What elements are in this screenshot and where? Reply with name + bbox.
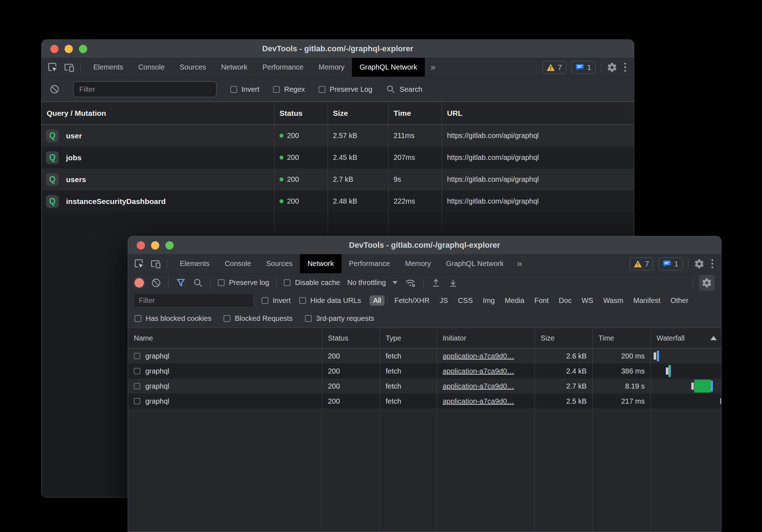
column-header-size[interactable]: Size [328, 102, 388, 124]
tab-elements[interactable]: Elements [86, 58, 131, 77]
checkbox[interactable] [319, 86, 325, 93]
tab-performance[interactable]: Performance [342, 254, 398, 273]
regex-checkbox[interactable]: Regex [273, 85, 305, 94]
column-header-status[interactable]: Status [322, 328, 380, 348]
column-header-status[interactable]: Status [274, 102, 328, 124]
tab-performance[interactable]: Performance [255, 58, 311, 77]
tab-console[interactable]: Console [217, 254, 258, 273]
network-settings-gear-icon[interactable] [699, 275, 715, 291]
hide-data-urls-checkbox[interactable]: Hide data URLs [299, 296, 361, 305]
import-har-icon[interactable] [431, 278, 441, 288]
menu-dots-icon[interactable] [710, 259, 715, 268]
column-header-type[interactable]: Type [380, 328, 437, 348]
preserve-log-checkbox[interactable]: Preserve Log [319, 85, 372, 94]
tab-memory[interactable]: Memory [398, 254, 438, 273]
tab-console[interactable]: Console [131, 58, 172, 77]
checkbox[interactable] [299, 297, 306, 304]
type-filter-css[interactable]: CSS [455, 295, 476, 306]
warnings-badge[interactable]: 7 [630, 257, 654, 270]
column-header-query-mutation[interactable]: Query / Mutation [42, 102, 274, 124]
filter-input[interactable] [135, 294, 253, 307]
export-har-icon[interactable] [448, 278, 458, 288]
minimize-button[interactable] [151, 241, 159, 250]
invert-checkbox[interactable]: Invert [262, 296, 291, 305]
type-filter-js[interactable]: JS [436, 295, 451, 306]
device-toolbar-icon[interactable] [64, 62, 75, 73]
filter-input[interactable] [73, 81, 217, 97]
clear-icon[interactable] [50, 84, 60, 94]
has-blocked-cookies-checkbox[interactable]: Has blocked cookies [135, 314, 211, 323]
titlebar[interactable]: DevTools - gitlab.com/-/graphql-explorer [42, 40, 634, 58]
initiator-link[interactable]: application-a7ca9d0… [443, 352, 514, 360]
tab-sources[interactable]: Sources [172, 58, 213, 77]
request-row[interactable]: graphql 200 fetch application-a7ca9d0… 2… [128, 348, 721, 364]
column-header-url[interactable]: URL [442, 102, 634, 124]
column-header-initiator[interactable]: Initiator [437, 328, 535, 348]
more-tabs-chevron[interactable]: » [425, 58, 441, 77]
third-party-requests-checkbox[interactable]: 3rd-party requests [305, 314, 374, 323]
disable-cache-checkbox[interactable]: Disable cache [284, 279, 340, 287]
tab-memory[interactable]: Memory [311, 58, 352, 77]
type-filter-font[interactable]: Font [531, 295, 552, 306]
type-filter-doc[interactable]: Doc [555, 295, 575, 306]
search-button[interactable]: Search [386, 85, 422, 94]
checkbox[interactable] [135, 315, 141, 322]
tab-network[interactable]: Network [213, 58, 255, 77]
row-checkbox[interactable] [134, 353, 140, 359]
throttling-dropdown[interactable]: No throttling [347, 279, 398, 287]
type-filter-manifest[interactable]: Manifest [630, 295, 664, 306]
column-header-time[interactable]: Time [592, 328, 650, 348]
tab-graphql-network[interactable]: GraphQL Network [352, 58, 424, 77]
checkbox[interactable] [262, 297, 268, 304]
titlebar[interactable]: DevTools - gitlab.com/-/graphql-explorer [128, 236, 721, 254]
type-filter-wasm[interactable]: Wasm [599, 295, 627, 306]
zoom-button[interactable] [79, 45, 87, 53]
column-header-name[interactable]: Name [128, 328, 322, 348]
close-button[interactable] [50, 45, 58, 53]
type-filter-other[interactable]: Other [667, 295, 692, 306]
issues-badge[interactable]: 1 [659, 257, 683, 270]
table-row[interactable]: Qusers 200 2.7 kB 9s https://gitlab.com/… [42, 168, 634, 190]
menu-dots-icon[interactable] [623, 63, 627, 72]
initiator-link[interactable]: application-a7ca9d0… [443, 397, 514, 405]
warnings-badge[interactable]: 7 [542, 61, 566, 74]
tab-graphql-network[interactable]: GraphQL Network [438, 254, 511, 273]
type-filter-media[interactable]: Media [501, 295, 528, 306]
row-checkbox[interactable] [134, 398, 140, 404]
filter-funnel-icon[interactable] [176, 278, 186, 288]
inspect-element-icon[interactable] [47, 62, 58, 73]
tab-elements[interactable]: Elements [172, 254, 217, 273]
request-row[interactable]: graphql 200 fetch application-a7ca9d0… 2… [128, 394, 721, 409]
zoom-button[interactable] [165, 241, 174, 250]
checkbox[interactable] [218, 279, 225, 286]
tab-sources[interactable]: Sources [259, 254, 300, 273]
initiator-link[interactable]: application-a7ca9d0… [443, 367, 514, 375]
network-conditions-icon[interactable] [405, 277, 416, 288]
type-filter-all[interactable]: All [370, 295, 385, 306]
checkbox[interactable] [284, 279, 291, 286]
device-toolbar-icon[interactable] [150, 258, 161, 269]
table-row[interactable]: Quser 200 2.57 kB 211ms https://gitlab.c… [42, 125, 634, 147]
row-checkbox[interactable] [134, 368, 140, 374]
type-filter-ws[interactable]: WS [578, 295, 597, 306]
tab-network[interactable]: Network [300, 254, 341, 273]
settings-gear-icon[interactable] [607, 62, 617, 73]
request-row[interactable]: graphql 200 fetch application-a7ca9d0… 2… [128, 364, 721, 379]
settings-gear-icon[interactable] [694, 258, 705, 269]
more-tabs-chevron[interactable]: » [511, 254, 528, 273]
record-button[interactable] [135, 278, 144, 288]
close-button[interactable] [137, 241, 145, 250]
row-checkbox[interactable] [134, 383, 140, 389]
blocked-requests-checkbox[interactable]: Blocked Requests [224, 314, 292, 323]
checkbox[interactable] [273, 86, 280, 93]
column-header-size[interactable]: Size [535, 328, 592, 348]
search-icon[interactable] [193, 278, 203, 288]
preserve-log-checkbox[interactable]: Preserve log [218, 279, 269, 287]
checkbox[interactable] [230, 86, 237, 93]
inspect-element-icon[interactable] [134, 258, 145, 269]
invert-checkbox[interactable]: Invert [230, 85, 259, 94]
initiator-link[interactable]: application-a7ca9d0… [443, 382, 514, 390]
checkbox[interactable] [224, 315, 230, 322]
type-filter-img[interactable]: Img [479, 295, 498, 306]
column-header-waterfall[interactable]: Waterfall [650, 328, 721, 348]
